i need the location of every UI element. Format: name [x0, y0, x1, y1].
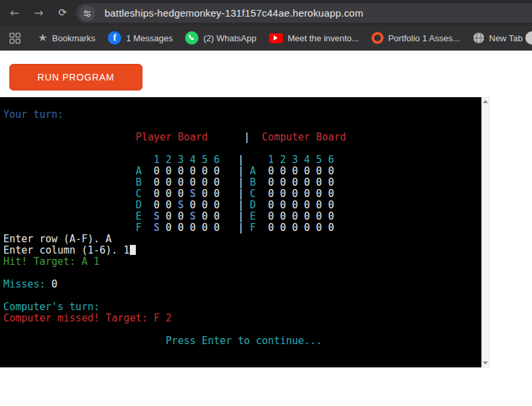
bookmark-label: Portfolio 1 Asses... — [388, 33, 460, 43]
reload-icon[interactable]: ⟳ — [53, 3, 72, 22]
whatsapp-icon — [185, 31, 198, 45]
bookmark-label: (2) WhatsApp — [203, 33, 256, 43]
bookmark-whatsapp[interactable]: (2) WhatsApp — [185, 31, 256, 45]
site-info-icon[interactable] — [79, 5, 95, 21]
terminal-scrollbar[interactable] — [481, 97, 489, 367]
bookmark-messages[interactable]: f 1 Messages — [108, 31, 172, 45]
scroll-up-icon[interactable] — [483, 100, 488, 103]
bookmark-label: New Tab — [489, 33, 523, 43]
bookmarks-bar: ★ Bookmarks f 1 Messages (2) WhatsApp Me… — [0, 25, 532, 51]
bookmark-new-tab[interactable]: New Tab — [473, 32, 523, 44]
run-program-button[interactable]: RUN PROGRAM — [9, 64, 142, 91]
url-text: battleships-hedgemonkey-131f157c44ae.her… — [105, 7, 364, 19]
terminal[interactable]: Your turn: Player Board | Computer Board… — [0, 97, 481, 367]
bookmarks-folder[interactable]: ★ Bookmarks — [38, 33, 95, 43]
apps-grid-icon[interactable] — [9, 33, 21, 44]
youtube-icon — [269, 33, 283, 43]
url-bar[interactable]: battleships-hedgemonkey-131f157c44ae.her… — [76, 3, 532, 23]
bookmark-label: Bookmarks — [52, 33, 95, 43]
bookmark-label: Meet the invento... — [288, 33, 359, 43]
star-icon: ★ — [38, 33, 47, 43]
bookmark-portfolio[interactable]: Portfolio 1 Asses... — [372, 32, 460, 44]
terminal-output: Your turn: Player Board | Computer Board… — [0, 97, 481, 347]
portfolio-icon — [372, 32, 384, 44]
facebook-icon: f — [108, 31, 121, 45]
back-icon[interactable]: ← — [5, 3, 24, 22]
forward-icon[interactable]: → — [29, 3, 48, 22]
globe-icon — [473, 32, 485, 44]
bookmark-label: 1 Messages — [126, 33, 172, 43]
bookmark-overflow-icon[interactable] — [525, 31, 532, 45]
browser-toolbar: ← → ⟳ battleships-hedgemonkey-131f157c44… — [0, 0, 532, 25]
bookmark-youtube[interactable]: Meet the invento... — [269, 33, 359, 43]
scroll-down-icon[interactable] — [483, 361, 488, 365]
